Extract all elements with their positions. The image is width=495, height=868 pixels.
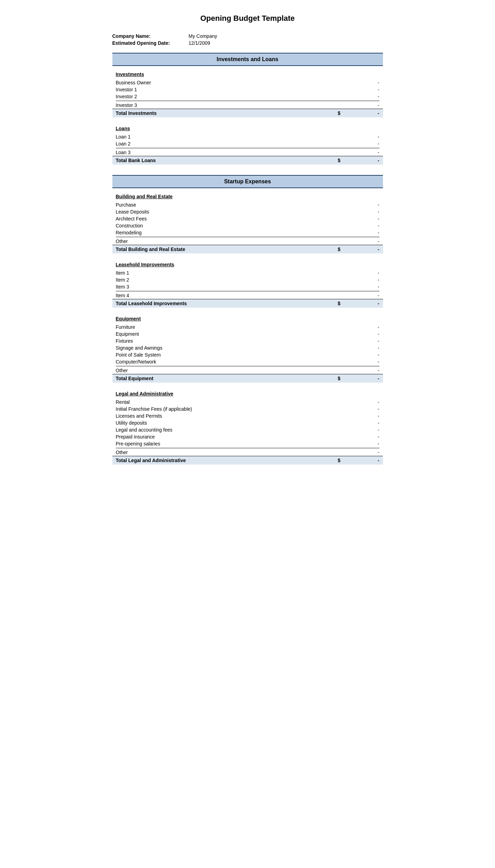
item-value: - [338, 450, 379, 455]
item-name: Item 3 [116, 284, 338, 290]
total-leasehold-currency: $ [338, 301, 348, 306]
equipment-items: Furniture-Equipment-Fixtures-Signage and… [112, 324, 383, 374]
item-name: Prepaid insurance [116, 434, 338, 440]
item-name: Item 4 [116, 293, 338, 298]
item-value: - [338, 293, 379, 298]
item-name: Purchase [116, 202, 338, 208]
list-item: Computer/Network- [112, 358, 383, 365]
item-name: Loan 2 [116, 141, 338, 147]
list-item: Furniture- [112, 324, 383, 331]
leasehold-items: Item 1-Item 2-Item 3-Item 4- [112, 269, 383, 299]
total-investments-currency: $ [338, 110, 348, 116]
item-name: Rental [116, 399, 338, 405]
leasehold-block: Leasehold Improvements Item 1-Item 2-Ite… [112, 262, 383, 308]
list-item: Initial Franchise Fees (if applicable)- [112, 406, 383, 412]
item-value: - [338, 270, 379, 276]
total-loans-currency: $ [338, 158, 348, 163]
list-item: Loan 3- [112, 149, 383, 156]
item-name: Other [116, 368, 338, 373]
item-name: Point of Sale System [116, 352, 338, 358]
loans-title: Loans [112, 126, 383, 131]
list-item: Licenses and Permits- [112, 412, 383, 419]
total-leasehold-row: Total Leasehold Improvements $ - [112, 299, 383, 308]
item-name: Other [116, 450, 338, 455]
item-value: - [338, 427, 379, 433]
investments-loans-header: Investments and Loans [112, 53, 383, 66]
item-value: - [338, 413, 379, 419]
list-item: Utility deposits- [112, 419, 383, 426]
item-value: - [338, 434, 379, 440]
item-value: - [338, 87, 379, 92]
building-block: Building and Real Estate Purchase-Lease … [112, 194, 383, 253]
total-leasehold-value: - [348, 301, 379, 306]
item-name: Furniture [116, 324, 338, 330]
list-item: Item 2- [112, 276, 383, 283]
loans-items: Loan 1-Loan 2-Loan 3- [112, 133, 383, 156]
list-item: Fixtures- [112, 337, 383, 344]
list-item: Purchase- [112, 201, 383, 208]
list-item: Architect Fees- [112, 215, 383, 222]
equipment-title: Equipment [112, 316, 383, 322]
item-value: - [338, 230, 379, 235]
list-item: Item 3- [112, 283, 383, 290]
item-name: Investor 2 [116, 94, 338, 99]
item-value: - [338, 441, 379, 446]
total-equipment-row: Total Equipment $ - [112, 374, 383, 383]
item-value: - [338, 94, 379, 99]
date-label: Estimated Opening Date: [112, 40, 189, 46]
date-row: Estimated Opening Date: 12/1/2009 [112, 40, 383, 46]
list-item: Loan 1- [112, 133, 383, 140]
item-name: Architect Fees [116, 216, 338, 222]
item-name: Item 1 [116, 270, 338, 276]
total-building-row: Total Building and Real Estate $ - [112, 245, 383, 253]
list-item: Rental- [112, 399, 383, 406]
item-name: Utility deposits [116, 420, 338, 426]
item-value: - [338, 277, 379, 283]
total-leasehold-label: Total Leasehold Improvements [116, 301, 338, 306]
list-item: Item 4- [112, 292, 383, 299]
item-name: Fixtures [116, 338, 338, 344]
list-item: Lease Deposits- [112, 208, 383, 215]
item-value: - [338, 324, 379, 330]
total-loans-label: Total Bank Loans [116, 158, 338, 163]
item-value: - [338, 399, 379, 405]
item-value: - [338, 352, 379, 358]
building-items: Purchase-Lease Deposits-Architect Fees-C… [112, 201, 383, 245]
list-item: Equipment- [112, 331, 383, 337]
item-name: Investor 1 [116, 87, 338, 92]
total-equipment-label: Total Equipment [116, 376, 338, 381]
list-item: Item 1- [112, 269, 383, 276]
legal-block: Legal and Administrative Rental-Initial … [112, 391, 383, 465]
meta-section: Company Name: My Company Estimated Openi… [112, 33, 383, 46]
equipment-block: Equipment Furniture-Equipment-Fixtures-S… [112, 316, 383, 383]
list-item: Remodeling- [112, 229, 383, 236]
item-value: - [338, 150, 379, 155]
investments-loans-section: Investments and Loans Investments Busine… [112, 53, 383, 165]
item-value: - [338, 209, 379, 215]
company-row: Company Name: My Company [112, 33, 383, 39]
list-item: Other- [112, 238, 383, 245]
total-loans-value: - [348, 158, 379, 163]
list-item: Investor 1- [112, 86, 383, 93]
item-value: - [338, 345, 379, 351]
item-name: Construction [116, 223, 338, 228]
item-name: Investor 3 [116, 102, 338, 108]
total-equipment-value: - [348, 376, 379, 381]
total-building-currency: $ [338, 247, 348, 252]
company-label: Company Name: [112, 33, 189, 39]
page-title: Opening Budget Template [112, 14, 383, 23]
total-equipment-currency: $ [338, 376, 348, 381]
total-loans-row: Total Bank Loans $ - [112, 156, 383, 165]
total-investments-value: - [348, 110, 379, 116]
item-value: - [338, 338, 379, 344]
list-item: Legal and accounting fees- [112, 426, 383, 433]
item-value: - [338, 223, 379, 228]
item-name: Loan 3 [116, 150, 338, 155]
item-name: Legal and accounting fees [116, 427, 338, 433]
total-legal-currency: $ [338, 458, 348, 463]
item-value: - [338, 216, 379, 222]
loans-block: Loans Loan 1-Loan 2-Loan 3- Total Bank L… [112, 126, 383, 165]
investments-block: Investments Business Owner-Investor 1-In… [112, 72, 383, 117]
item-name: Other [116, 239, 338, 244]
list-item: Other- [112, 449, 383, 456]
